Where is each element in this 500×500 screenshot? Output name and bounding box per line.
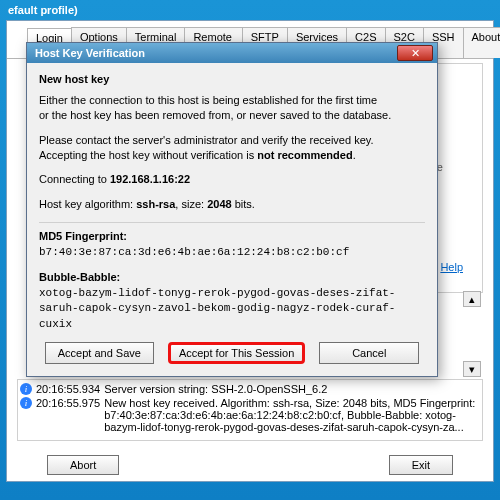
log-panel: i 20:16:55.934 Server version string: SS… (17, 379, 483, 441)
dialog-title: Host Key Verification (31, 47, 397, 59)
accept-and-save-button[interactable]: Accept and Save (45, 342, 154, 364)
dialog-line: , size: (175, 198, 207, 210)
dialog-titlebar: Host Key Verification ✕ (27, 43, 437, 63)
dialog-line: bits. (232, 198, 255, 210)
log-row: i 20:16:55.934 Server version string: SS… (20, 382, 480, 396)
host-address: 192.168.1.16:22 (110, 173, 190, 185)
host-key-dialog: Host Key Verification ✕ New host key Eit… (26, 42, 438, 377)
log-row: i 20:16:55.975 New host key received. Al… (20, 396, 480, 434)
babble-label: Bubble-Babble: (39, 271, 120, 283)
algo-value: ssh-rsa (136, 198, 175, 210)
dialog-line: or the host key has been removed from, o… (39, 109, 391, 121)
dialog-connecting: Connecting to 192.168.1.16:22 (39, 172, 425, 187)
close-icon[interactable]: ✕ (397, 45, 433, 61)
md5-block: MD5 Fingerprint: b7:40:3e:87:ca:3d:e6:4b… (39, 229, 425, 260)
dialog-algo: Host key algorithm: ssh-rsa, size: 2048 … (39, 197, 425, 212)
bubble-babble: xotog-bazym-lidof-tonyg-rerok-pygod-gova… (39, 287, 395, 331)
dialog-text: Either the connection to this host is be… (39, 93, 425, 123)
babble-block: Bubble-Babble: xotog-bazym-lidof-tonyg-r… (39, 270, 425, 332)
divider (39, 222, 425, 223)
dialog-line: Host key algorithm: (39, 198, 136, 210)
tab-about[interactable]: About (463, 27, 500, 58)
abort-button[interactable]: Abort (47, 455, 119, 475)
scroll-up-button[interactable]: ▴ (463, 291, 481, 307)
app-title: efault profile) (0, 0, 500, 20)
dialog-line: Connecting to (39, 173, 110, 185)
accept-for-session-button[interactable]: Accept for This Session (168, 342, 305, 364)
dialog-line: Please contact the server's administrato… (39, 134, 374, 146)
log-time: 20:16:55.934 (36, 383, 100, 395)
help-link[interactable]: Help (440, 261, 463, 273)
log-time: 20:16:55.975 (36, 397, 100, 409)
log-message: Server version string: SSH-2.0-OpenSSH_6… (104, 383, 480, 395)
info-icon: i (20, 397, 32, 409)
size-value: 2048 (207, 198, 231, 210)
dialog-bold: not recommended (257, 149, 352, 161)
log-message: New host key received. Algorithm: ssh-rs… (104, 397, 480, 433)
info-icon: i (20, 383, 32, 395)
dialog-text: Please contact the server's administrato… (39, 133, 425, 163)
scroll-down-button[interactable]: ▾ (463, 361, 481, 377)
cancel-button[interactable]: Cancel (319, 342, 419, 364)
exit-button[interactable]: Exit (389, 455, 453, 475)
dialog-line: Either the connection to this host is be… (39, 94, 377, 106)
dialog-line: Accepting the host key without verificat… (39, 149, 257, 161)
dialog-heading: New host key (39, 73, 425, 85)
md5-label: MD5 Fingerprint: (39, 230, 127, 242)
md5-fingerprint: b7:40:3e:87:ca:3d:e6:4b:ae:6a:12:24:b8:c… (39, 246, 349, 258)
